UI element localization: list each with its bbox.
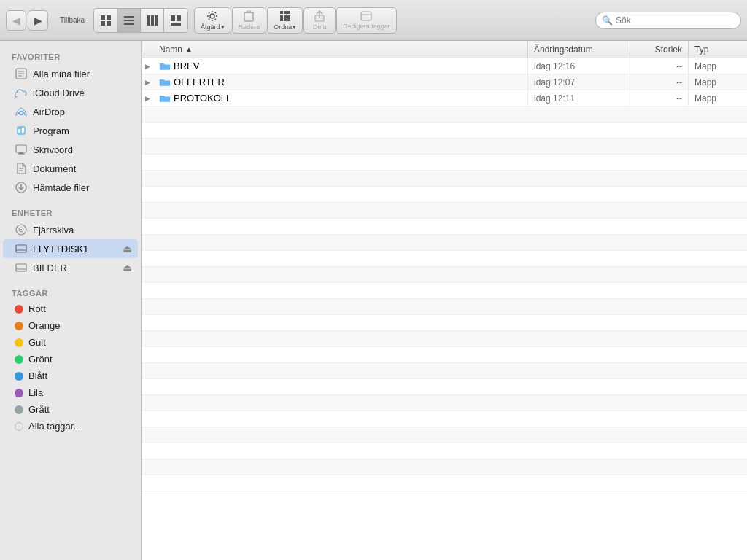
sidebar-item-gront[interactable]: Grönt xyxy=(3,351,138,368)
favorites-section-label: Favoriter xyxy=(0,47,141,64)
svg-rect-33 xyxy=(287,18,290,21)
folder-icon xyxy=(159,77,171,88)
back-button[interactable]: ◀ xyxy=(6,10,26,31)
airdrop-icon xyxy=(15,105,28,118)
sort-arrow-icon: ▲ xyxy=(185,45,193,53)
file-cell-size: -- xyxy=(630,90,689,106)
sidebar-item-flyttdisk1[interactable]: FLYTTDISK1 ⏏ xyxy=(3,239,138,258)
col-header-date[interactable]: Ändringsdatum xyxy=(528,41,630,58)
atgard-button[interactable]: Åtgärd ▾ xyxy=(194,7,231,34)
eject-button-bilder[interactable]: ⏏ xyxy=(123,262,132,273)
file-cell-date: idag 12:16 xyxy=(528,58,630,74)
sidebar-item-alla-taggar[interactable]: Alla taggar... xyxy=(3,418,138,435)
sidebar-item-label: Grått xyxy=(28,404,50,415)
nav-buttons: ◀ ▶ xyxy=(6,10,48,31)
view-buttons xyxy=(93,8,188,33)
svg-rect-44 xyxy=(18,129,20,133)
empty-row xyxy=(142,139,747,155)
folder-icon xyxy=(159,61,171,71)
empty-row xyxy=(142,251,747,267)
col-header-name[interactable]: Namn ▲ xyxy=(153,41,528,58)
empty-row xyxy=(142,203,747,219)
expand-icon[interactable]: ▶ xyxy=(142,74,153,90)
sidebar-item-skrivbord[interactable]: Skrivbord xyxy=(3,140,138,159)
taggar-button[interactable]: Redigera taggar xyxy=(336,7,397,34)
dokument-icon xyxy=(15,162,28,175)
sidebar-item-fjarrskiva[interactable]: Fjärrskiva xyxy=(3,220,138,239)
view-column-button[interactable] xyxy=(141,9,164,32)
sidebar-item-label: Hämtade filer xyxy=(33,182,89,193)
program-icon xyxy=(15,124,28,137)
tag-dot-orange xyxy=(15,322,23,330)
empty-row xyxy=(142,411,747,427)
radera-button[interactable]: Radera xyxy=(232,7,267,34)
tag-dot-purple xyxy=(15,389,23,397)
sidebar-item-gult[interactable]: Gult xyxy=(3,334,138,351)
svg-rect-12 xyxy=(171,23,181,26)
sidebar-item-label: Program xyxy=(33,125,69,136)
svg-rect-11 xyxy=(177,15,181,21)
action-buttons: Åtgärd ▾ Radera Ordna ▾ Dela Redigera ta… xyxy=(194,7,397,34)
dela-label: Dela xyxy=(313,23,327,31)
sidebar-item-rott[interactable]: Rött xyxy=(3,300,138,317)
empty-row xyxy=(142,395,747,411)
sidebar-item-program[interactable]: Program xyxy=(3,121,138,140)
file-cell-type: Mapp xyxy=(689,74,747,90)
dela-button[interactable]: Dela xyxy=(303,7,336,34)
svg-rect-28 xyxy=(280,15,283,18)
view-icon-button[interactable] xyxy=(94,9,117,32)
svg-rect-4 xyxy=(124,16,134,18)
sidebar-item-label: Gult xyxy=(28,337,46,348)
forward-button[interactable]: ▶ xyxy=(28,10,48,31)
svg-point-18 xyxy=(209,12,210,13)
search-input[interactable] xyxy=(616,15,735,26)
empty-row xyxy=(142,443,747,459)
search-bar[interactable]: 🔍 xyxy=(595,12,741,29)
trash-icon xyxy=(244,10,254,22)
sidebar-item-lila[interactable]: Lila xyxy=(3,384,138,401)
file-cell-size: -- xyxy=(630,58,689,74)
sidebar-item-airdrop[interactable]: AirDrop xyxy=(3,102,138,121)
toolbar: ◀ ▶ Tillbaka Åtgärd ▾ xyxy=(0,0,747,41)
sidebar-item-icloud[interactable]: iCloud Drive xyxy=(3,83,138,102)
sidebar-item-hamtade[interactable]: Hämtade filer xyxy=(3,178,138,197)
sidebar-item-blatt[interactable]: Blått xyxy=(3,368,138,384)
ordna-button[interactable]: Ordna ▾ xyxy=(267,7,303,34)
view-list-button[interactable] xyxy=(117,9,141,32)
svg-point-61 xyxy=(23,271,25,272)
main-container: Favoriter Alla mina filer iCloud Drive A… xyxy=(0,41,747,560)
eject-button-flyttdisk1[interactable]: ⏏ xyxy=(123,243,132,254)
expand-icon[interactable]: ▶ xyxy=(142,90,153,106)
table-row[interactable]: ▶ OFFERTER idag 12:07 -- Mapp xyxy=(142,74,747,90)
col-header-type[interactable]: Typ xyxy=(689,41,747,58)
sidebar-item-dokument[interactable]: Dokument xyxy=(3,159,138,178)
svg-point-14 xyxy=(212,11,213,12)
sidebar-item-label: BILDER xyxy=(33,262,67,273)
empty-row xyxy=(142,187,747,203)
sidebar-item-label: AirDrop xyxy=(33,106,65,117)
svg-rect-7 xyxy=(147,15,150,26)
svg-point-17 xyxy=(216,15,217,17)
sidebar-item-label: Blått xyxy=(28,370,47,381)
sidebar: Favoriter Alla mina filer iCloud Drive A… xyxy=(0,41,142,560)
skrivbord-icon xyxy=(15,143,28,156)
table-row[interactable]: ▶ BREV idag 12:16 -- Mapp xyxy=(142,58,747,74)
table-row[interactable]: ▶ PROTOKOLL idag 12:11 -- Mapp xyxy=(142,90,747,106)
sidebar-item-orange[interactable]: Orange xyxy=(3,317,138,334)
view-cover-button[interactable] xyxy=(164,9,187,32)
empty-row xyxy=(142,427,747,443)
sidebar-item-alla-mina-filer[interactable]: Alla mina filer xyxy=(3,64,138,83)
file-list: ▶ BREV idag 12:16 -- Mapp ▶ O xyxy=(142,58,747,560)
col-header-size[interactable]: Storlek xyxy=(630,41,689,58)
empty-row xyxy=(142,283,747,299)
empty-row xyxy=(142,219,747,235)
svg-point-13 xyxy=(210,14,214,18)
svg-rect-36 xyxy=(361,12,371,20)
expand-icon[interactable]: ▶ xyxy=(142,58,153,74)
sidebar-item-gratt[interactable]: Grått xyxy=(3,401,138,418)
folder-icon xyxy=(159,93,171,104)
sidebar-item-bilder[interactable]: BILDER ⏏ xyxy=(3,258,138,277)
svg-rect-9 xyxy=(155,15,158,26)
tag-dot-gray xyxy=(15,405,23,414)
file-area: Namn ▲ Ändringsdatum Storlek Typ ▶ xyxy=(142,41,747,560)
